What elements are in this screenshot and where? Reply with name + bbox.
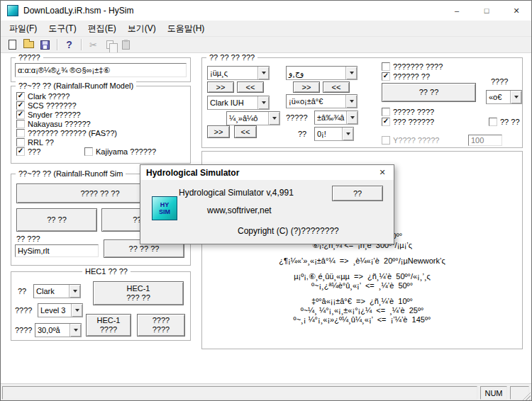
- maximize-button[interactable]: □: [472, 1, 501, 21]
- source-combo-b[interactable]: وج¸و: [286, 66, 358, 80]
- checkbox-box: ✓: [16, 111, 25, 119]
- menu-edit[interactable]: 편집(E): [82, 21, 122, 37]
- save-button[interactable]: [37, 38, 53, 52]
- about-dialog: Hydrological Simulator ✕ Hydrological Si…: [140, 164, 394, 244]
- checkbox-snyder[interactable]: ✓ Snyder ??????: [16, 111, 81, 119]
- checkbox-rrl[interactable]: RRL ??: [16, 138, 54, 147]
- checkbox-other[interactable]: ✓ ???: [16, 147, 40, 156]
- checkbox-y-option[interactable]: Y???? ?????: [382, 136, 439, 145]
- cut-button[interactable]: ✂: [85, 38, 101, 52]
- chevron-down-icon[interactable]: [70, 324, 81, 337]
- menu-help[interactable]: 도움말(H): [162, 21, 211, 37]
- hec1-view-button[interactable]: ???? ????: [137, 314, 185, 337]
- checkbox-box: [16, 129, 25, 137]
- name-group-label: ?????: [16, 53, 43, 62]
- hec1-main-button[interactable]: HEC-1 ??? ??: [93, 281, 184, 305]
- scissors-icon: ✂: [89, 40, 97, 50]
- chevron-down-icon[interactable]: [257, 96, 269, 109]
- chevron-down-icon[interactable]: [346, 111, 358, 124]
- checkbox-option-5[interactable]: ?? ??: [489, 118, 520, 126]
- close-button[interactable]: ✕: [501, 1, 531, 21]
- iuh-combo[interactable]: Clark IUH: [207, 96, 270, 110]
- checkbox-fas[interactable]: ??????? ?????? (FAS??): [16, 129, 117, 137]
- chevron-down-icon[interactable]: [345, 67, 357, 79]
- simulation-left-button[interactable]: ?? ??: [16, 208, 97, 232]
- hec1-level-combo[interactable]: Level 3: [38, 303, 83, 317]
- option-combo-g[interactable]: 0¡!: [314, 127, 354, 141]
- open-file-button[interactable]: [21, 38, 37, 52]
- help-button[interactable]: ?: [61, 38, 77, 52]
- chevron-down-icon[interactable]: [69, 285, 80, 298]
- checkbox-label: Y???? ?????: [393, 136, 439, 145]
- checkbox-option-2[interactable]: ✓ ?????? ??: [382, 72, 430, 81]
- checkbox-label: ?? ??: [500, 118, 520, 126]
- forward-button-1[interactable]: >>: [207, 81, 234, 93]
- copy-button[interactable]: [101, 38, 118, 52]
- checkbox-box: [382, 108, 390, 116]
- checkbox-scs[interactable]: ✓ SCS ???????: [16, 101, 77, 110]
- hec1-interval-label: ????: [15, 326, 32, 334]
- new-file-button[interactable]: [4, 38, 21, 52]
- window-title: DownLoadLy.iR.hsm - HySim: [23, 6, 133, 16]
- info-line: º~¸¡ ¼°¡¸«¡»¿º¼¸û¼¸«¡’ <= ¡’¼’è 145º°: [201, 315, 523, 324]
- y-value-input[interactable]: [468, 135, 502, 146]
- info-line: ‡º°â«¡¡±â°€ => ¿ñ¸¼’è 10º°: [201, 297, 523, 306]
- checkbox-kajiyama[interactable]: Kajiyama ??????: [84, 147, 156, 156]
- checkbox-box: [489, 118, 497, 126]
- info-line: º~¡¸¿ª¼è°û¸«¡’ <= ¸¼’è 50º°: [201, 281, 523, 290]
- checkbox-box: [382, 62, 390, 71]
- copy-icon: [106, 40, 113, 49]
- status-main-pane: [2, 386, 477, 400]
- hec1-method-label: ??: [18, 287, 26, 295]
- chevron-down-icon[interactable]: [510, 91, 521, 103]
- hec1-run-button[interactable]: HEC-1 ????: [86, 314, 131, 337]
- dialog-version-text: Hydrological Simulator v,4,991: [179, 188, 294, 198]
- checkbox-option-3[interactable]: ????? ????: [382, 108, 434, 116]
- chevron-down-icon[interactable]: [257, 67, 269, 79]
- back-button-1[interactable]: <<: [237, 81, 264, 93]
- dialog-close-button[interactable]: ✕: [371, 165, 394, 181]
- paste-button[interactable]: [118, 38, 134, 52]
- back-button-2[interactable]: <<: [323, 81, 350, 93]
- chevron-down-icon[interactable]: [71, 304, 82, 317]
- menu-view[interactable]: 보기(V): [122, 21, 162, 37]
- checkbox-label: ??????? ????: [393, 62, 443, 71]
- checkbox-box: [382, 136, 390, 145]
- menu-tools[interactable]: 도구(T): [43, 21, 82, 37]
- hec1-method-combo[interactable]: Clark: [33, 284, 81, 298]
- checkbox-box: [16, 138, 25, 147]
- dialog-copyright-text: Copyright (C) (?)????????: [238, 226, 339, 236]
- forward-button-2[interactable]: >>: [293, 81, 320, 93]
- model-group-label: ??~?? ?? (Rainfall-Runoff Model): [16, 81, 136, 90]
- checkbox-label: ??????? ?????? (FAS??): [28, 129, 117, 137]
- chevron-down-icon[interactable]: [342, 128, 353, 140]
- hec1-interval-combo[interactable]: 30,0ºå: [35, 323, 82, 337]
- checkbox-nakayasu[interactable]: Nakayasu ??????: [16, 120, 91, 128]
- minimize-button[interactable]: –: [442, 1, 472, 21]
- source-combo-a[interactable]: ¡üµ¸ς: [207, 66, 270, 80]
- option-combo-h[interactable]: «ο€: [486, 90, 522, 104]
- chevron-down-icon[interactable]: [345, 95, 357, 108]
- option-combo-f[interactable]: ±â‰¾â: [314, 111, 358, 125]
- result-file-label: ?? ???: [16, 235, 40, 243]
- chevron-down-icon[interactable]: [268, 112, 279, 125]
- checkbox-option-4[interactable]: ✓ ??? ??????: [382, 118, 434, 126]
- checkbox-label: Kajiyama ??????: [96, 147, 156, 156]
- name-input[interactable]: [15, 63, 187, 77]
- dialog-ok-button[interactable]: ??: [332, 186, 383, 201]
- info-text-block: ¡ü⑥‡¿µ => ¿ñ¸è 60º° ⑥¡!¿ñ¸¼ <= ¡ñ¸è 300º…: [201, 232, 523, 324]
- back-button-3[interactable]: <<: [234, 125, 257, 138]
- method-combo-d[interactable]: ¡ü«ο¡±â°€: [286, 94, 358, 108]
- title-bar: DownLoadLy.iR.hsm - HySim – □ ✕: [1, 1, 531, 21]
- forward-button-3[interactable]: >>: [207, 125, 230, 138]
- checkbox-label: ????? ????: [393, 108, 434, 116]
- checkbox-label: Clark ?????: [28, 92, 70, 101]
- result-file-input[interactable]: [15, 244, 99, 257]
- transfer-run-button[interactable]: ?? ??: [382, 83, 476, 102]
- option-combo-e[interactable]: ¼¸»â¼ô: [226, 111, 280, 125]
- menu-file[interactable]: 파일(F): [4, 21, 43, 37]
- app-window: DownLoadLy.iR.hsm - HySim – □ ✕ 파일(F) 도구…: [0, 0, 532, 401]
- checkbox-option-1[interactable]: ??????? ????: [382, 62, 443, 71]
- checkbox-clark[interactable]: ✓ Clark ?????: [16, 92, 70, 101]
- paste-icon: [122, 40, 130, 50]
